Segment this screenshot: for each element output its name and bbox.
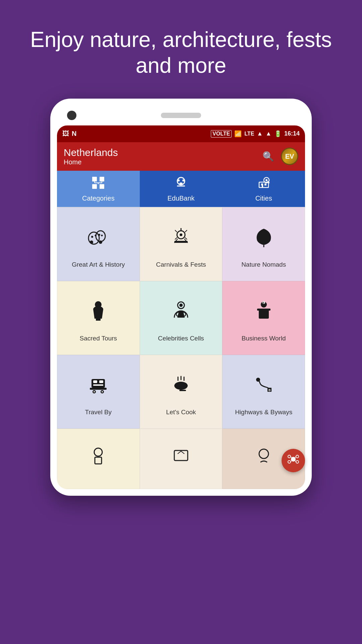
- svg-line-78: [291, 457, 292, 458]
- tab-categories-label: Categories: [82, 195, 115, 202]
- business-icon: $: [252, 299, 276, 328]
- category-travel[interactable]: Travel By: [57, 355, 140, 429]
- svg-line-30: [175, 230, 177, 232]
- svg-point-25: [101, 234, 103, 236]
- svg-point-24: [98, 234, 100, 236]
- svg-rect-60: [180, 382, 182, 385]
- sacred-label: Sacred Tours: [80, 335, 117, 342]
- business-label: Business World: [242, 335, 286, 342]
- svg-point-37: [180, 233, 182, 236]
- nav-tabs: Categories EduBank: [57, 171, 305, 207]
- svg-rect-46: [259, 309, 269, 319]
- svg-line-32: [175, 237, 177, 239]
- app-bar-title: Netherlands Home: [64, 147, 118, 166]
- svg-point-23: [96, 231, 105, 241]
- svg-point-9: [178, 179, 180, 181]
- category-business[interactable]: $ Business World: [222, 281, 305, 355]
- misc1-icon: [86, 444, 110, 473]
- phone-speaker: [161, 113, 201, 118]
- app-title-main: Netherlands: [64, 147, 118, 158]
- svg-point-27: [99, 240, 102, 244]
- nature-icon: [252, 225, 276, 254]
- volte-label: VOLTE: [211, 130, 232, 138]
- categories-icon: [91, 175, 106, 193]
- svg-point-58: [102, 391, 103, 392]
- svg-point-11: [179, 182, 183, 184]
- svg-point-72: [259, 449, 268, 459]
- category-cook[interactable]: Let's Cook: [140, 355, 223, 429]
- tab-cities-label: Cities: [255, 195, 272, 202]
- tab-cities[interactable]: Cities: [222, 171, 305, 207]
- celebrity-icon: [169, 299, 193, 328]
- svg-rect-15: [264, 183, 266, 185]
- tab-edubank-label: EduBank: [167, 195, 194, 202]
- svg-line-33: [185, 237, 187, 239]
- category-nature[interactable]: Nature Nomads: [222, 207, 305, 281]
- app-bar-icons: 🔍 EV: [262, 148, 298, 165]
- highways-label: Highways & Byways: [235, 409, 292, 416]
- search-icon[interactable]: 🔍: [262, 151, 274, 162]
- cook-label: Let's Cook: [166, 409, 196, 416]
- fab-button[interactable]: [282, 449, 305, 472]
- phone-camera: [67, 111, 76, 120]
- svg-point-57: [94, 391, 95, 392]
- app-bar: Netherlands Home 🔍 EV: [57, 142, 305, 171]
- category-carnivals[interactable]: Carnivals & Fests: [140, 207, 223, 281]
- misc3-icon: [252, 444, 276, 473]
- svg-line-81: [295, 460, 296, 462]
- svg-point-76: [288, 461, 291, 463]
- edubank-icon: [174, 175, 188, 193]
- lte-label: LTE: [244, 131, 254, 137]
- svg-rect-61: [179, 390, 186, 391]
- phone-screen: 🖼 N VOLTE 📶 LTE ▲ ▲ 🔋 16:14 Netherlands …: [57, 125, 305, 489]
- svg-point-26: [90, 240, 93, 244]
- svg-point-69: [94, 448, 102, 456]
- svg-rect-71: [174, 450, 188, 461]
- tab-edubank[interactable]: EduBank: [140, 171, 223, 207]
- svg-rect-14: [261, 183, 263, 185]
- svg-rect-54: [90, 388, 107, 390]
- svg-rect-12: [177, 185, 185, 186]
- misc2-icon: [169, 444, 193, 473]
- svg-rect-40: [96, 319, 101, 321]
- carnival-icon: [169, 225, 193, 254]
- category-highways[interactable]: B Highways & Byways: [222, 355, 305, 429]
- status-right: VOLTE 📶 LTE ▲ ▲ 🔋 16:14: [211, 130, 300, 138]
- svg-line-80: [291, 460, 292, 462]
- time-display: 16:14: [284, 130, 300, 137]
- signal-bars-1: ▲: [257, 130, 263, 137]
- carnivals-label: Carnivals & Fests: [156, 261, 206, 268]
- art-history-icon: [86, 225, 110, 254]
- category-misc1[interactable]: [57, 429, 140, 489]
- celebrities-label: Celebrities Cells: [158, 335, 204, 342]
- nature-label: Nature Nomads: [241, 261, 286, 268]
- status-bar: 🖼 N VOLTE 📶 LTE ▲ ▲ 🔋 16:14: [57, 125, 305, 142]
- category-misc2[interactable]: [140, 429, 223, 489]
- svg-point-42: [179, 304, 183, 307]
- svg-rect-47: [257, 309, 270, 311]
- travel-icon: [86, 373, 110, 402]
- svg-rect-52: [99, 380, 103, 383]
- svg-point-74: [288, 455, 291, 458]
- tab-categories[interactable]: Categories: [57, 171, 140, 207]
- sacred-icon: [86, 299, 110, 328]
- status-n-icon: N: [72, 130, 76, 138]
- category-sacred[interactable]: Sacred Tours: [57, 281, 140, 355]
- ev-badge[interactable]: EV: [281, 148, 298, 165]
- svg-rect-1: [100, 177, 104, 181]
- phone-top-bar: [57, 105, 305, 125]
- svg-rect-34: [174, 241, 188, 243]
- svg-rect-53: [93, 384, 103, 386]
- svg-line-79: [295, 457, 296, 458]
- category-great-art[interactable]: Great Art & History: [57, 207, 140, 281]
- categories-grid: Great Art & History: [57, 207, 305, 489]
- svg-text:B: B: [268, 388, 271, 392]
- category-celebrities[interactable]: Celebrities Cells: [140, 281, 223, 355]
- svg-rect-3: [100, 184, 104, 189]
- svg-text:$: $: [263, 301, 264, 304]
- phone-mockup: 🖼 N VOLTE 📶 LTE ▲ ▲ 🔋 16:14 Netherlands …: [50, 99, 312, 496]
- great-art-label: Great Art & History: [72, 261, 125, 268]
- hero-heading: Enjoy nature, architecture, fests and mo…: [0, 0, 362, 99]
- highway-icon: B: [252, 373, 276, 402]
- svg-point-21: [91, 236, 93, 238]
